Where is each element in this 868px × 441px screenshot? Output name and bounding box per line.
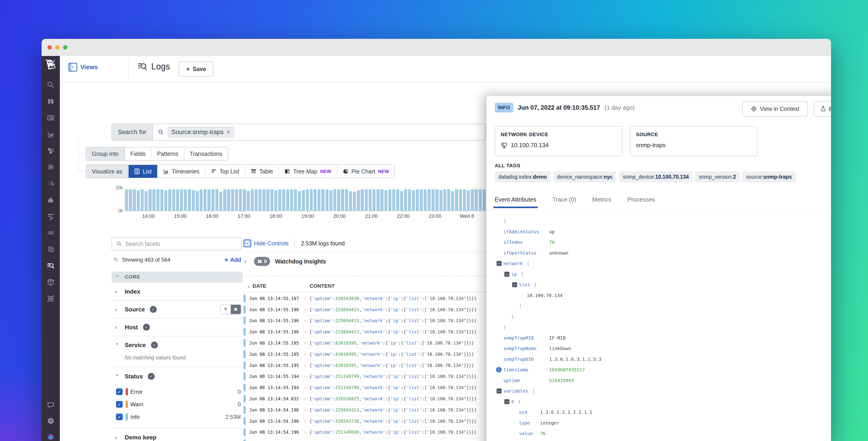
facet-value-info[interactable]: ✓Info2.53M — [112, 411, 243, 423]
histogram-bar[interactable] — [255, 189, 258, 211]
json-tree-line[interactable]: value76 — [495, 428, 831, 439]
histogram-bar[interactable] — [408, 189, 411, 211]
histogram-bar[interactable] — [235, 189, 238, 211]
facet-title[interactable]: ›Source✓✖ — [112, 301, 243, 318]
histogram-bar[interactable] — [376, 189, 379, 211]
sidebar-item-security-shield[interactable] — [46, 278, 55, 286]
histogram-bar[interactable] — [164, 190, 167, 211]
sidebar-item-metrics-chart[interactable] — [46, 130, 55, 138]
collapse-minus-icon[interactable]: – — [512, 282, 517, 287]
json-tree-line[interactable]: typeinteger — [495, 418, 831, 429]
sidebar-item-logs[interactable] — [46, 262, 55, 270]
tab-processes[interactable]: Processes — [627, 196, 655, 208]
histogram-bar[interactable] — [463, 189, 466, 211]
histogram-bar[interactable] — [278, 189, 281, 211]
histogram-bar[interactable] — [392, 189, 395, 211]
histogram-bar[interactable] — [365, 189, 368, 211]
sidebar-item-network-globe[interactable] — [46, 295, 55, 303]
facet-title[interactable]: ›Status✓ — [112, 367, 243, 385]
histogram-bar[interactable] — [424, 189, 427, 211]
histogram-bar[interactable] — [274, 190, 277, 211]
group-into-option-patterns[interactable]: Patterns — [151, 147, 184, 160]
source-card[interactable]: SOURCE snmp-traps — [630, 126, 757, 156]
json-tree-line[interactable]: snmpTrapNamelinkDown — [495, 343, 831, 354]
checkbox-checked[interactable]: ✓ — [116, 414, 123, 420]
histogram-bar[interactable] — [373, 189, 375, 211]
histogram-bar[interactable] — [384, 190, 388, 211]
log-row[interactable]: Jun 08 13:14:55.195›{"uptime":62010395,"… — [243, 337, 487, 349]
histogram-bar[interactable] — [156, 189, 159, 211]
facet-search-input[interactable]: Search facets — [112, 237, 242, 251]
histogram-bar[interactable] — [435, 189, 438, 211]
viz-option-top-list[interactable]: Top List — [205, 165, 245, 178]
histogram-bar[interactable] — [160, 189, 163, 211]
sidebar-item-help-question[interactable]: ? — [46, 417, 55, 425]
viz-option-tree-map[interactable]: Tree MapNEW — [278, 165, 337, 178]
histogram-bar[interactable] — [412, 190, 415, 211]
log-row[interactable]: Jun 08 13:14:54.196›{"uptime":225694313,… — [243, 405, 487, 416]
tab-metrics[interactable]: Metrics — [592, 196, 612, 208]
histogram-bar[interactable] — [388, 189, 391, 211]
histogram-bar[interactable] — [239, 189, 242, 211]
log-row[interactable]: Jun 08 13:14:54.196›{"uptime":526543738,… — [243, 416, 487, 427]
sidebar-item-notebooks-book[interactable] — [46, 245, 55, 254]
group-into-option-fields[interactable]: Fields — [124, 147, 151, 160]
histogram-bar[interactable] — [396, 189, 399, 211]
histogram-bar[interactable] — [302, 190, 305, 211]
checkbox-checked[interactable]: ✓ — [116, 401, 123, 408]
tab-event-attributes[interactable]: Event Attributes — [495, 196, 536, 208]
tab-trace-0-[interactable]: Trace (0) — [552, 196, 576, 208]
histogram-bar[interactable] — [369, 189, 372, 211]
histogram-bar[interactable] — [467, 190, 470, 211]
facet-group-core[interactable]: › CORE — [112, 271, 243, 283]
tag-chip[interactable]: source:snmp-traps — [742, 171, 796, 182]
sidebar-item-ci-loop[interactable] — [46, 229, 55, 237]
histogram-bar[interactable] — [258, 189, 261, 211]
histogram-bar[interactable] — [227, 189, 230, 211]
histogram-bar[interactable] — [137, 190, 140, 211]
histogram-bar[interactable] — [262, 189, 266, 211]
log-row[interactable]: Jun 08 13:14:55.196›{"uptime":225694413,… — [243, 315, 487, 326]
group-into-option-transactions[interactable]: Transactions — [184, 147, 228, 160]
checkbox-checked[interactable]: ✓ — [116, 388, 123, 395]
histogram-bar[interactable] — [357, 190, 360, 211]
maximize-traffic-light[interactable] — [63, 45, 67, 50]
histogram-bar[interactable] — [231, 189, 234, 211]
histogram-bar[interactable] — [294, 189, 297, 211]
histogram-bar[interactable] — [298, 191, 301, 211]
histogram-bar[interactable] — [172, 189, 175, 211]
log-row[interactable]: Jun 08 13:14:54.196›{"uptime":251149699,… — [243, 438, 487, 441]
facet-title[interactable]: ›Host✓ — [112, 319, 243, 336]
histogram-bar[interactable] — [215, 189, 218, 211]
histogram-bar[interactable] — [317, 189, 320, 211]
facet-clear-button[interactable]: ✖ — [231, 305, 241, 314]
json-tree-line[interactable]: ifAdminStatusup — [495, 227, 831, 237]
log-row[interactable]: Jun 08 13:14:55.196›{"uptime":225694413,… — [243, 326, 487, 337]
histogram-bar[interactable] — [400, 191, 403, 211]
facet-title[interactable]: ›Demo keep — [112, 429, 243, 441]
histogram-bar[interactable] — [337, 189, 340, 211]
json-tree-line[interactable]: uptime516432893 — [495, 375, 831, 386]
histogram-bar[interactable] — [475, 189, 477, 211]
histogram-bar[interactable] — [286, 189, 289, 211]
histogram-bar[interactable] — [471, 189, 474, 211]
view-in-context-button[interactable]: View in Context — [742, 101, 808, 117]
histogram-bar[interactable] — [439, 190, 442, 211]
histogram-bar[interactable] — [345, 189, 348, 211]
network-device-card[interactable]: NETWORK DEVICE 10.100.70.134 — [495, 126, 622, 156]
json-tree-line[interactable]: –variables[ — [495, 386, 831, 396]
date-column-header[interactable]: DATE — [253, 283, 266, 289]
json-tree-line[interactable]: –0{ — [495, 396, 831, 407]
sort-descending-icon[interactable]: ↓ — [248, 283, 250, 289]
histogram-bar[interactable] — [282, 189, 285, 211]
histogram-bar[interactable] — [479, 189, 482, 211]
facet-value-error[interactable]: ✓Error0 — [112, 385, 243, 398]
viz-option-pie-chart[interactable]: Pie ChartNEW — [337, 165, 395, 178]
log-row[interactable]: Jun 08 13:14:55.197›{"uptime":526543838,… — [243, 293, 487, 304]
histogram-bar[interactable] — [420, 189, 423, 211]
histogram-bar[interactable] — [310, 189, 313, 211]
sidebar-item-apm-target[interactable] — [46, 163, 55, 171]
histogram-bar[interactable] — [455, 189, 458, 211]
histogram-bar[interactable] — [188, 189, 191, 211]
sidebar-item-watchdog-binoculars[interactable] — [46, 97, 55, 105]
